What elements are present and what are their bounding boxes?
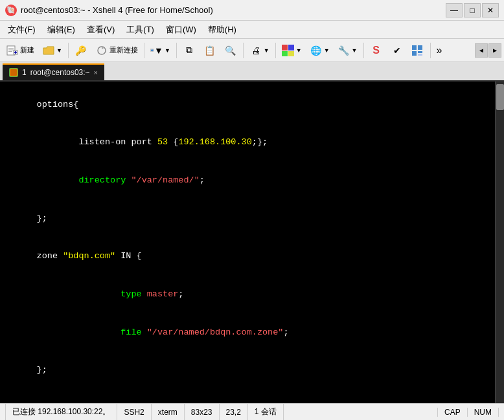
arrow-down: ▼ [154, 45, 163, 56]
menu-file[interactable]: 文件(F) [3, 23, 41, 37]
svg-rect-17 [418, 45, 422, 50]
folder-button[interactable]: ▼ [39, 41, 65, 60]
new-icon [6, 44, 19, 57]
copy-icon: ⧉ [183, 44, 196, 57]
tab-session-1[interactable]: 1 root@centos03:~ × [3, 63, 104, 80]
screen-button[interactable]: ▼ ▼ [147, 41, 174, 60]
window-title: root@centos03:~ - Xshell 4 (Free for Hom… [21, 5, 213, 15]
more-button[interactable]: » [433, 41, 446, 60]
terminal-scrollbar[interactable] [495, 82, 504, 403]
separator-6 [363, 43, 364, 58]
folder-icon [42, 44, 55, 57]
globe-button[interactable]: 🌐 ▼ [306, 41, 333, 60]
terminal-line-4: }; [5, 199, 499, 238]
tab-close-button[interactable]: × [94, 69, 98, 76]
terminal-line-5: zone "bdqn.com" IN { [5, 238, 499, 276]
key-button[interactable]: 🔑 [71, 41, 91, 60]
tab-name: root@centos03:~ [30, 68, 90, 77]
status-protocol: SSH2 [117, 404, 151, 420]
scrollbar-thumb[interactable] [496, 84, 504, 110]
color-arrow: ▼ [296, 47, 302, 54]
terminal-line-8: }; [5, 351, 499, 390]
svg-rect-1 [8, 48, 14, 49]
setup-arrow: ▼ [352, 47, 358, 54]
status-caps: CAP [437, 408, 468, 417]
svg-rect-13 [288, 45, 294, 50]
tab-bar: 1 root@centos03:~ × [0, 62, 504, 82]
svg-rect-2 [8, 49, 14, 50]
svg-rect-16 [412, 45, 417, 50]
close-button[interactable]: ✕ [482, 3, 499, 17]
svg-rect-14 [282, 51, 288, 56]
status-terminal: xterm [152, 404, 185, 420]
screen-dropdown: ▼ [165, 47, 170, 54]
menu-window[interactable]: 窗口(W) [161, 23, 201, 37]
terminal[interactable]: options{ listen-on port 53 {192.168.100.… [0, 82, 504, 403]
paste-button[interactable]: 📋 [200, 41, 220, 60]
separator-2 [144, 43, 144, 58]
nav-left-button[interactable]: ◀ [475, 43, 488, 58]
xshell-logo-button[interactable]: S [367, 41, 386, 60]
setup-button[interactable]: 🔧 ▼ [334, 41, 361, 60]
svg-rect-20 [418, 54, 422, 56]
check-button[interactable]: ✔ [387, 41, 407, 60]
status-bar: 已连接 192.168.100.30:22。 SSH2 xterm 83x23 … [0, 403, 504, 420]
separator-3 [176, 43, 177, 58]
screen-icon: ▼ [150, 44, 163, 57]
copy-button[interactable]: ⧉ [179, 41, 199, 60]
xshell-logo-icon: S [370, 44, 383, 57]
terminal-line-9: zone "accp.com" IN { [5, 390, 499, 404]
svg-rect-15 [288, 51, 294, 56]
print-icon: 🖨 [249, 44, 262, 57]
status-connection: 已连接 192.168.100.30:22。 [5, 404, 117, 420]
menu-view[interactable]: 查看(V) [82, 23, 120, 37]
minimize-button[interactable]: — [446, 3, 463, 17]
svg-rect-11 [151, 49, 152, 50]
check-icon: ✔ [391, 44, 404, 57]
svg-rect-18 [412, 51, 417, 56]
svg-rect-19 [418, 51, 422, 53]
nav-area: ◀ ▶ [475, 43, 501, 58]
terminal-line-2: listen-on port 53 {192.168.100.30;}; [5, 124, 499, 162]
color-button[interactable]: ▼ [279, 41, 305, 60]
terminal-line-3: directory "/var/named/"; [5, 161, 499, 199]
separator-5 [275, 43, 276, 58]
new-button[interactable]: 新建 [3, 41, 38, 60]
separator-7 [430, 43, 431, 58]
search-icon: 🔍 [224, 44, 237, 57]
paste-icon: 📋 [203, 44, 216, 57]
terminal-line-6: type master; [5, 275, 499, 313]
menu-help[interactable]: 帮助(H) [203, 23, 242, 37]
reconnect-label: 重新连接 [109, 45, 138, 55]
svg-rect-3 [8, 51, 12, 52]
search-button[interactable]: 🔍 [221, 41, 240, 60]
key-icon: 🔑 [74, 44, 87, 57]
toolbar: 新建 ▼ 🔑 重新连接 [0, 39, 504, 62]
maximize-button[interactable]: □ [464, 3, 481, 17]
svg-rect-22 [10, 69, 17, 76]
grid-button[interactable] [408, 41, 428, 60]
status-right: CAP NUM [437, 408, 499, 417]
menu-tools[interactable]: 工具(T) [121, 23, 159, 37]
menu-edit[interactable]: 编辑(E) [42, 23, 80, 37]
tab-session-icon [9, 68, 18, 77]
color-icon [282, 44, 295, 57]
terminal-line-1: options{ [5, 85, 499, 124]
terminal-line-7: file "/var/named/bdqn.com.zone"; [5, 313, 499, 351]
reconnect-icon [95, 44, 108, 57]
menu-bar: 文件(F) 编辑(E) 查看(V) 工具(T) 窗口(W) 帮助(H) [0, 21, 504, 39]
title-bar: 🐚 root@centos03:~ - Xshell 4 (Free for H… [0, 0, 504, 21]
reconnect-button[interactable]: 重新连接 [92, 41, 141, 60]
globe-arrow: ▼ [324, 47, 330, 54]
nav-right-button[interactable]: ▶ [488, 43, 501, 58]
print-button[interactable]: 🖨 ▼ [246, 41, 273, 60]
new-label: 新建 [20, 45, 34, 55]
print-arrow: ▼ [264, 47, 269, 54]
separator-1 [68, 43, 69, 58]
tab-index: 1 [22, 68, 27, 77]
globe-icon: 🌐 [310, 44, 323, 57]
setup-icon: 🔧 [338, 44, 350, 57]
status-num: NUM [468, 408, 499, 417]
separator-4 [243, 43, 244, 58]
grid-icon [411, 44, 424, 57]
